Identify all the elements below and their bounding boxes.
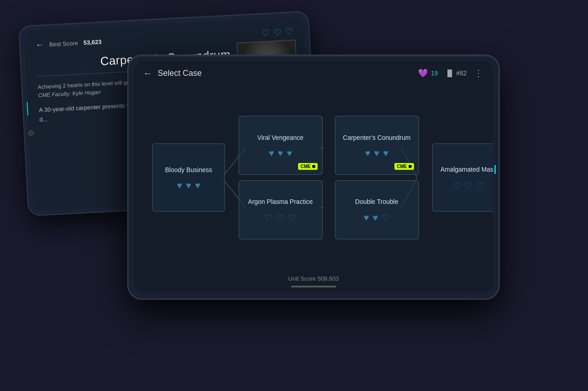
unit-score-value: 509,603 (318, 275, 339, 282)
hearts-count-display: 💜 19 (418, 68, 438, 78)
home-indicator-bar (291, 286, 336, 287)
heart-2: ♡ (276, 213, 284, 223)
front-tablet-header: ← Select Case 💜 19 ▐▌ #82 ⋮ (134, 61, 493, 83)
case-hearts-argon: ♡ ♡ ♡ (264, 213, 296, 223)
case-title-bloody: Bloody Business (165, 166, 212, 174)
case-card-argon-plasma[interactable]: Argon Plasma Practice ♡ ♡ ♡ (239, 180, 323, 239)
back-arrow-icon[interactable]: ← (35, 40, 44, 50)
scene: ← Best Score 53,623 ♡ ♡ ♡ Carpenter's Co… (0, 0, 588, 391)
heart-2: ♥ (373, 213, 378, 223)
cme-dot (312, 165, 315, 168)
case-card-double-trouble[interactable]: Double Trouble ♥ ♥ ♡ (335, 180, 419, 239)
heart-3: ♡ (288, 213, 296, 223)
case-title-viral: Viral Vengeance (257, 134, 304, 142)
heart-1: ♥ (177, 180, 182, 191)
case-card-carpenters-conundrum[interactable]: Carpenter's Conundrum ♥ ♥ ♥ CME (335, 116, 419, 175)
case-card-bloody-business[interactable]: Bloody Business ♥ ♥ ♥ (152, 144, 225, 212)
score-value: 53,623 (83, 38, 101, 46)
heart-2-icon: ♡ (273, 27, 282, 38)
back-arrow-button[interactable]: ← (143, 68, 152, 79)
more-options-button[interactable]: ⋮ (474, 68, 484, 79)
case-hearts-carpenter: ♥ ♥ ♥ (365, 148, 389, 158)
heart-2: ♥ (186, 180, 191, 191)
heart-3: ♡ (476, 180, 484, 191)
case-title-double: Double Trouble (355, 198, 399, 206)
unit-score-label: Unit Score (288, 275, 316, 282)
case-grid: Bloody Business ♥ ♥ ♥ Viral Vengeance (148, 116, 479, 239)
map-container: Bloody Business ♥ ♥ ♥ Viral Vengeance (148, 116, 479, 239)
heart-1: ♥ (364, 213, 369, 223)
case-hearts-viral: ♥ ♥ ♥ (269, 148, 292, 158)
heart-2: ♥ (374, 148, 379, 158)
case-card-amalgamated-mass[interactable]: Amalgamated Mass ♡ ♡ ♡ (432, 144, 493, 212)
heart-3: ♥ (383, 148, 389, 158)
case-title-argon: Argon Plasma Practice (248, 198, 313, 206)
header-hearts: ♡ ♡ ♡ (261, 26, 294, 39)
case-hearts-bloody: ♥ ♥ ♥ (177, 180, 200, 191)
case-card-viral-vengeance[interactable]: Viral Vengeance ♥ ♥ ♥ CME (239, 116, 323, 175)
heart-1: ♡ (264, 213, 273, 223)
front-tablet: ← Select Case 💜 19 ▐▌ #82 ⋮ (127, 54, 500, 300)
heart-3: ♥ (195, 180, 200, 191)
cme-badge-carpenter: CME (394, 163, 414, 170)
front-tablet-footer: Unit Score 509,603 (134, 272, 493, 293)
page-title: Select Case (158, 69, 202, 78)
score-label: Best Score (49, 40, 78, 48)
rank-display: ▐▌ #82 (445, 69, 467, 77)
heart-3: ♡ (382, 213, 390, 223)
heart-3-icon: ♡ (285, 26, 294, 37)
heart-2: ♥ (278, 148, 283, 158)
front-tablet-screen: ← Select Case 💜 19 ▐▌ #82 ⋮ (134, 61, 493, 293)
unit-score-display: Unit Score 509,603 (288, 275, 339, 282)
rank-bars-icon: ▐▌ (445, 69, 454, 77)
heart-2: ♡ (464, 180, 473, 191)
heart-1-icon: ♡ (261, 27, 270, 39)
case-hearts-double: ♥ ♥ ♡ (364, 213, 390, 223)
case-title-carpenter: Carpenter's Conundrum (343, 134, 411, 142)
rank-value: #82 (456, 69, 467, 77)
hearts-icon: 💜 (418, 68, 428, 78)
case-title-amalgam: Amalgamated Mass (440, 165, 493, 173)
heart-1: ♡ (453, 180, 461, 191)
hearts-count-value: 19 (431, 69, 438, 77)
header-right-section: 💜 19 ▐▌ #82 ⋮ (418, 68, 484, 79)
case-map-content: Bloody Business ♥ ♥ ♥ Viral Vengeance (134, 83, 493, 272)
heart-1: ♥ (269, 148, 274, 158)
heart-1: ♥ (365, 148, 370, 158)
case-hearts-amalgam: ♡ ♡ ♡ (453, 180, 484, 191)
heart-3: ♥ (287, 148, 292, 158)
cme-badge-viral: CME (298, 163, 317, 170)
cme-dot (409, 165, 412, 168)
